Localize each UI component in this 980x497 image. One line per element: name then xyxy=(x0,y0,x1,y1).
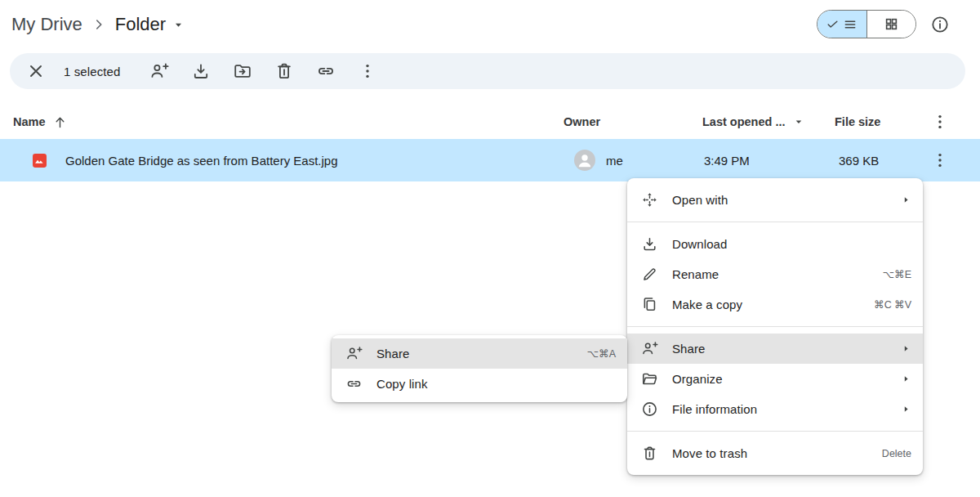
menu-item-make-a-copy[interactable]: Make a copy ⌘C ⌘V xyxy=(627,289,923,320)
person-icon xyxy=(574,150,595,171)
download-icon[interactable] xyxy=(191,61,211,81)
sort-ascending-icon xyxy=(52,114,68,130)
breadcrumb: My Drive Folder xyxy=(11,10,185,39)
menu-item-file-information[interactable]: File information xyxy=(627,394,923,424)
menu-item-download[interactable]: Download xyxy=(627,229,923,259)
column-header-file-size[interactable]: File size xyxy=(835,105,880,139)
submenu-item-copy-link[interactable]: Copy link xyxy=(332,369,627,399)
copy-link-icon[interactable] xyxy=(316,61,336,81)
submenu-arrow-icon xyxy=(899,402,913,416)
more-options-icon[interactable] xyxy=(358,61,377,81)
menu-item-move-to-trash[interactable]: Move to trash Delete xyxy=(627,438,923,468)
rename-pencil-icon xyxy=(641,266,658,283)
share-submenu: Share ⌥⌘A Copy link xyxy=(332,335,627,402)
column-settings-more-icon[interactable] xyxy=(930,112,950,132)
table-header: Name Owner Last opened ... File size xyxy=(0,105,980,139)
breadcrumb-my-drive[interactable]: My Drive xyxy=(11,14,82,35)
close-icon[interactable] xyxy=(26,61,46,81)
column-header-last-opened[interactable]: Last opened ... xyxy=(702,105,805,139)
trash-icon[interactable] xyxy=(274,61,294,81)
breadcrumb-folder-label: Folder xyxy=(115,14,166,35)
person-add-icon xyxy=(641,340,658,357)
file-size: 369 KB xyxy=(839,139,879,181)
owner-avatar xyxy=(574,150,595,171)
submenu-item-share[interactable]: Share ⌥⌘A xyxy=(332,338,627,369)
details-info-button[interactable] xyxy=(930,15,950,34)
trash-icon xyxy=(641,445,658,462)
chevron-down-icon xyxy=(172,18,185,32)
grid-view-icon xyxy=(884,16,899,32)
last-opened-time: 3:49 PM xyxy=(704,139,750,181)
column-header-name[interactable]: Name xyxy=(13,105,68,139)
owner-name: me xyxy=(606,154,623,168)
list-view-button[interactable] xyxy=(817,11,866,38)
column-header-owner: Owner xyxy=(564,105,600,139)
move-to-folder-icon[interactable] xyxy=(233,61,252,81)
view-toggle xyxy=(817,10,916,38)
row-more-options-icon[interactable] xyxy=(930,150,950,170)
selection-toolbar: 1 selected xyxy=(10,53,965,89)
file-row-selected[interactable]: Golden Gate Bridge as seen from Battery … xyxy=(0,139,980,181)
download-icon xyxy=(641,235,658,253)
menu-item-share[interactable]: Share xyxy=(627,334,923,364)
check-icon xyxy=(826,17,840,31)
menu-item-organize[interactable]: Organize xyxy=(627,364,923,394)
submenu-arrow-icon xyxy=(899,193,913,207)
info-icon xyxy=(641,401,658,418)
shortcut-label: ⌥⌘E xyxy=(883,268,911,280)
shortcut-label: ⌥⌘A xyxy=(587,347,616,360)
shortcut-label: Delete xyxy=(882,448,911,459)
share-button-person-add-icon[interactable] xyxy=(149,61,169,81)
menu-item-rename[interactable]: Rename ⌥⌘E xyxy=(627,259,923,289)
submenu-arrow-icon xyxy=(899,342,913,356)
breadcrumb-current-folder[interactable]: Folder xyxy=(115,14,185,35)
file-name: Golden Gate Bridge as seen from Battery … xyxy=(65,139,338,181)
open-with-icon xyxy=(641,191,658,208)
context-menu: Open with Download Rename ⌥⌘E Make a cop… xyxy=(627,178,923,475)
person-add-icon xyxy=(345,345,363,362)
folder-open-icon xyxy=(641,370,658,387)
link-icon xyxy=(345,375,363,392)
menu-item-open-with[interactable]: Open with xyxy=(627,185,923,215)
copy-icon xyxy=(641,296,658,313)
image-file-icon xyxy=(31,152,48,169)
shortcut-label: ⌘C ⌘V xyxy=(874,298,911,311)
list-view-icon xyxy=(843,17,858,32)
grid-view-button[interactable] xyxy=(866,11,916,38)
submenu-arrow-icon xyxy=(899,372,913,386)
chevron-right-icon xyxy=(91,16,107,33)
chevron-down-icon xyxy=(792,115,805,128)
selection-count: 1 selected xyxy=(64,65,120,78)
